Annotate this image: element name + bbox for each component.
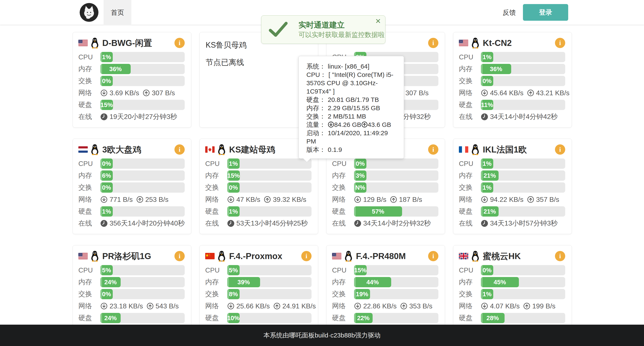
network-upload-value: 543 B/s	[156, 302, 179, 310]
online-label: 在线	[78, 112, 100, 122]
tooltip-traffic-line: 流量：84.26 GB43.6 GB	[306, 120, 396, 129]
memory-percent: 36%	[109, 66, 122, 72]
disk-bar-track: 57%	[354, 206, 438, 216]
server-card-title-row: 3欧大盘鸡i	[78, 144, 185, 156]
info-icon[interactable]: i	[174, 251, 185, 261]
server-card: IKL法国1欧iCPU1%内存21%交换1%网络94.22 KB/s357 B/…	[453, 138, 572, 234]
flag-us-icon	[332, 253, 342, 259]
network-row: 网络22.86 KB/s353 B/s	[332, 301, 438, 311]
cpu-label: CPU	[332, 266, 354, 274]
linux-tux-icon	[217, 250, 226, 262]
uptime-clock-icon	[354, 220, 361, 227]
disk-label: 硬盘	[459, 313, 481, 323]
memory-bar-track: 15%	[227, 170, 312, 181]
info-icon[interactable]: i	[555, 144, 565, 155]
info-icon[interactable]: i	[428, 251, 438, 261]
server-card-title-row: PR洛杉矶1Gi	[78, 250, 185, 262]
server-card: 3欧大盘鸡iCPU0%内存6%交换0%网络771 B/s253 B/s硬盘1%在…	[72, 138, 191, 234]
download-arrow-icon	[227, 196, 234, 203]
info-icon[interactable]: i	[174, 144, 185, 155]
footer-link-nezha-panel[interactable]: 哪吒面板	[289, 331, 315, 340]
network-download-value: 4.07 KB/s	[490, 302, 520, 310]
network-download-value: 45.64 KB/s	[490, 89, 524, 97]
cpu-percent: 1%	[102, 54, 111, 61]
swap-row: 交换0%	[205, 182, 312, 193]
cpu-row: CPU0%	[332, 158, 438, 169]
cpu-bar-fill: 1%	[227, 158, 240, 169]
toast-close-icon[interactable]: ✕	[375, 18, 381, 24]
cpu-bar-track: 1%	[481, 52, 565, 62]
cpu-percent: 5%	[229, 267, 238, 274]
memory-row: 内存21%	[459, 170, 565, 181]
online-row: 在线34天14小时2分钟32秒	[332, 218, 438, 228]
cpu-percent: 5%	[102, 267, 111, 274]
memory-percent: 3%	[356, 172, 365, 179]
swap-percent: 0%	[102, 184, 111, 191]
disk-bar-track: 1%	[227, 206, 312, 216]
info-icon[interactable]: i	[555, 38, 565, 48]
network-upload-value: 199 B/s	[532, 302, 556, 310]
site-logo[interactable]	[80, 3, 99, 22]
feedback-link[interactable]: 反馈	[503, 0, 516, 25]
swap-label: 交换	[78, 183, 100, 192]
tooltip-swap-key: 交换：	[306, 113, 326, 120]
footer-link-build[interactable]: c23b88b	[330, 332, 355, 339]
network-download-value: 25.66 KB/s	[236, 302, 270, 310]
disk-row: 硬盘11%	[459, 100, 565, 110]
tooltip-traffic-up: 43.6 GB	[368, 121, 391, 128]
disk-percent: 57%	[372, 208, 384, 215]
info-icon[interactable]: i	[174, 38, 185, 48]
info-icon[interactable]: i	[301, 251, 312, 261]
download-arrow-icon	[100, 302, 108, 310]
swap-percent: 0%	[102, 291, 111, 298]
network-label: 网络	[459, 195, 481, 204]
cpu-bar-fill: 1%	[481, 158, 493, 169]
swap-bar-fill: 19%	[354, 289, 370, 299]
swap-label: 交换	[332, 183, 354, 192]
memory-label: 内存	[332, 171, 354, 180]
cpu-row: CPU1%	[205, 158, 312, 169]
network-upload-value: 39.32 KB/s	[273, 196, 306, 204]
swap-label: 交换	[205, 290, 227, 299]
network-upload-value: 353 B/s	[409, 302, 432, 310]
cpu-bar-track: 0%	[481, 265, 565, 275]
linux-tux-icon	[90, 144, 99, 155]
flag-nl-icon	[78, 146, 88, 153]
server-name: D-BWG-闲置	[102, 37, 152, 49]
network-row: 网络94.22 KB/s357 B/s	[459, 194, 565, 204]
tab-home[interactable]: 首页	[104, 0, 131, 25]
memory-bar-fill: 45%	[481, 277, 519, 287]
server-name: 蜜桃云HK	[483, 250, 521, 262]
cpu-percent: 1%	[482, 160, 492, 167]
login-button[interactable]: 登录	[523, 4, 568, 21]
tooltip-system-key: 系统：	[306, 63, 326, 70]
tooltip-version-value: 0.1.9	[328, 146, 342, 153]
download-arrow-icon	[227, 302, 234, 310]
disk-bar-track: 11%	[481, 100, 565, 110]
swap-bar-track: 0%	[100, 289, 185, 299]
info-icon[interactable]: i	[428, 38, 438, 48]
network-upload-value: 357 B/s	[536, 196, 560, 204]
cpu-percent: 15%	[354, 267, 367, 274]
network-label: 网络	[78, 301, 100, 311]
flag-us-icon	[459, 40, 468, 46]
download-arrow-icon	[354, 196, 361, 203]
cpu-bar-fill: 15%	[354, 265, 367, 275]
info-icon[interactable]: i	[428, 144, 438, 155]
memory-percent: 36%	[490, 66, 502, 72]
memory-bar-fill: 24%	[100, 277, 121, 287]
disk-row: 硬盘1%	[78, 206, 185, 216]
flag-cn-icon	[205, 253, 214, 259]
uptime-clock-icon	[227, 220, 234, 227]
network-upload-value: 24.91 KB/s	[282, 302, 316, 310]
disk-bar-fill: 21%	[481, 206, 498, 216]
tooltip-traffic-down: 84.26 GB	[334, 121, 361, 128]
memory-percent: 39%	[238, 279, 250, 286]
server-card-title-row: Kt-CN2i	[459, 37, 565, 49]
cpu-bar-track: 1%	[481, 158, 565, 169]
disk-bar-fill: 28%	[481, 313, 504, 323]
network-row: 网络129 B/s187 B/s	[332, 194, 438, 204]
linux-tux-icon	[90, 250, 99, 262]
info-icon[interactable]: i	[555, 251, 565, 261]
tooltip-mem-value: 2.29 GB/15.55 GB	[328, 104, 380, 112]
